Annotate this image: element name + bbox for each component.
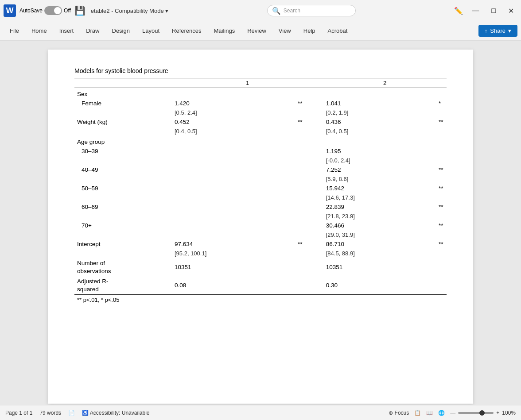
col-header-1: 1	[172, 78, 323, 88]
intercept-val2: 86.710	[323, 239, 436, 249]
pen-icon: ✏️	[454, 7, 463, 15]
age40-ci2: [5.9, 8.6]	[323, 174, 436, 184]
focus-icon: ⊕	[389, 410, 393, 416]
page-info: Page 1 of 1	[5, 410, 32, 416]
row-50-59: 50–59 15.942 **	[74, 184, 447, 193]
layout-view-icon[interactable]: 📋	[414, 410, 421, 416]
zoom-control: — + 100%	[450, 410, 516, 416]
age40-label: 40–49	[74, 165, 172, 174]
web-view-icon[interactable]: 🌐	[438, 410, 445, 416]
row-60-69: 60–69 22.839 **	[74, 202, 447, 212]
female-ci1: [0.5, 2.4]	[172, 108, 295, 117]
share-chevron: ▾	[508, 27, 511, 34]
maximize-button[interactable]: □	[488, 5, 499, 16]
n-obs-label: Number ofobservations	[74, 258, 172, 276]
age70-ci2: [29.0, 31.9]	[323, 230, 436, 239]
female-val1: 1.420	[172, 99, 295, 108]
minimize-button[interactable]: —	[468, 5, 482, 16]
tab-layout[interactable]: Layout	[136, 21, 166, 41]
n-obs-val2: 10351	[323, 258, 436, 276]
tab-file[interactable]: File	[4, 21, 25, 41]
age60-label: 60–69	[74, 202, 172, 212]
autosave-toggle[interactable]	[44, 6, 62, 15]
age60-ci2: [21.8, 23.9]	[323, 212, 436, 221]
table-title: Models for systolic blood pressure	[74, 67, 447, 74]
doc-title: etable2 - Compatibility Mode ▾	[91, 8, 168, 14]
search-placeholder: Search	[284, 8, 300, 14]
toggle-state: Off	[64, 8, 71, 14]
zoom-slider[interactable]	[458, 412, 494, 414]
row-intercept-ci: [95.2, 100.1] [84.5, 88.9]	[74, 249, 447, 258]
female-label: Female	[74, 99, 172, 108]
footnote-text: ** p<.01, * p<.05	[74, 295, 447, 304]
intercept-val1: 97.634	[172, 239, 295, 249]
row-n-obs: Number ofobservations 10351 10351	[74, 258, 447, 276]
intercept-sig2: **	[436, 239, 447, 249]
weight-ci1: [0.4, 0.5]	[172, 127, 295, 136]
share-label: Share	[490, 27, 505, 34]
row-40-49: 40–49 7.252 **	[74, 165, 447, 174]
row-30-39: 30–39 1.195	[74, 146, 447, 156]
doc-area: Models for systolic blood pressure 1 2 S…	[0, 41, 521, 405]
tab-home[interactable]: Home	[25, 21, 53, 41]
weight-ci2: [0.4, 0.5]	[323, 127, 436, 136]
read-view-icon[interactable]: 📖	[426, 410, 433, 416]
row-weight-ci: [0.4, 0.5] [0.4, 0.5]	[74, 127, 447, 136]
weight-label: Weight (kg)	[74, 117, 172, 127]
col-header-2: 2	[323, 78, 447, 88]
female-sig2: *	[436, 99, 447, 108]
age70-sig2: **	[436, 221, 447, 230]
weight-val1: 0.452	[172, 117, 295, 127]
tab-insert[interactable]: Insert	[53, 21, 80, 41]
weight-val2: 0.436	[323, 117, 436, 127]
section-sex: Sex	[74, 88, 447, 99]
tab-design[interactable]: Design	[106, 21, 136, 41]
tab-view[interactable]: View	[272, 21, 297, 41]
sex-label: Sex	[74, 88, 447, 99]
status-bar: Page 1 of 1 79 words 📄 ♿ Accessibility: …	[0, 405, 521, 420]
close-button[interactable]: ✕	[505, 5, 517, 17]
share-icon: ↑	[485, 27, 488, 34]
r-squared-val1: 0.08	[172, 276, 295, 295]
age-label: Age group	[74, 136, 447, 146]
zoom-plus-button[interactable]: +	[496, 410, 499, 416]
weight-sig2: **	[436, 117, 447, 127]
zoom-minus-button[interactable]: —	[450, 410, 455, 416]
regression-table: 1 2 Sex Female 1.420 ** 1.041 *	[74, 78, 447, 304]
weight-sig1: **	[295, 117, 306, 127]
age50-sig2: **	[436, 184, 447, 193]
r-squared-label: Adjusted R-squared	[74, 276, 172, 295]
focus-button[interactable]: ⊕ Focus	[389, 410, 409, 416]
search-bar[interactable]: 🔍 Search	[267, 5, 356, 16]
tab-mailings[interactable]: Mailings	[208, 21, 241, 41]
row-60-69-ci: [21.8, 23.9]	[74, 212, 447, 221]
row-female: Female 1.420 ** 1.041 *	[74, 99, 447, 108]
intercept-label: Intercept	[74, 239, 172, 249]
ribbon: File Home Insert Draw Design Layout Refe…	[0, 21, 521, 41]
tab-draw[interactable]: Draw	[80, 21, 105, 41]
intercept-sig1: **	[295, 239, 306, 249]
save-icon[interactable]: 💾	[74, 5, 86, 16]
row-30-39-ci: [-0.0, 2.4]	[74, 156, 447, 165]
tab-review[interactable]: Review	[241, 21, 272, 41]
share-button[interactable]: ↑ Share ▾	[478, 25, 517, 37]
age70-val2: 30.466	[323, 221, 436, 230]
tab-acrobat[interactable]: Acrobat	[322, 21, 354, 41]
accessibility-status: ♿ Accessibility: Unavailable	[82, 410, 149, 416]
word-count: 79 words	[39, 410, 61, 416]
tab-help[interactable]: Help	[297, 21, 322, 41]
word-logo: W	[4, 4, 16, 17]
female-sig1: **	[295, 99, 306, 108]
autosave-group: AutoSave Off	[19, 6, 71, 15]
female-val2: 1.041	[323, 99, 436, 108]
document-icon[interactable]: 📄	[68, 410, 75, 416]
tab-references[interactable]: References	[166, 21, 207, 41]
intercept-ci1: [95.2, 100.1]	[172, 249, 295, 258]
row-50-59-ci: [14.6, 17.3]	[74, 193, 447, 202]
age40-val2: 7.252	[323, 165, 436, 174]
zoom-thumb	[479, 410, 485, 416]
age50-val2: 15.942	[323, 184, 436, 193]
row-weight: Weight (kg) 0.452 ** 0.436 **	[74, 117, 447, 127]
r-squared-val2: 0.30	[323, 276, 436, 295]
intercept-ci2: [84.5, 88.9]	[323, 249, 436, 258]
